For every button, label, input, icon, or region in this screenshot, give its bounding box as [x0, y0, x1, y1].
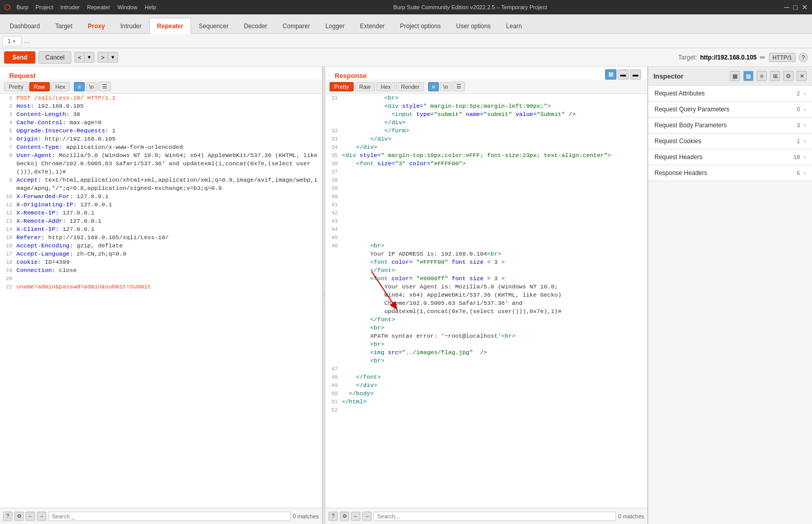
send-button[interactable]: Send	[4, 51, 35, 64]
tab-repeater[interactable]: Repeater	[149, 18, 191, 34]
inspector-chevron-0: ›	[804, 90, 806, 96]
request-panel: Request Pretty Raw Hex ≡ \n ☰ 1 POST /sq…	[0, 67, 322, 524]
inspector-close-btn[interactable]: ✕	[797, 71, 807, 81]
request-search-input[interactable]	[48, 512, 291, 521]
request-title: Request	[4, 69, 41, 80]
response-view-icon-2[interactable]: ▬	[617, 69, 629, 80]
tab-comparer[interactable]: Comparer	[275, 18, 318, 34]
response-search-help[interactable]: ?	[328, 512, 338, 521]
response-top-icons: ▦ ▬ ▬	[605, 69, 641, 80]
request-icon-newline[interactable]: \n	[86, 82, 98, 91]
inspector-section-query-params[interactable]: Request Query Parameters 0 ›	[648, 102, 812, 118]
response-icon-menu[interactable]: ☰	[453, 82, 465, 91]
request-fmt-pretty[interactable]: Pretty	[4, 82, 28, 91]
inspector-section-request-headers[interactable]: Request Headers 18 ›	[648, 149, 812, 165]
tab-dashboard[interactable]: Dashboard	[2, 18, 48, 34]
request-line-9: 9 Accept: text/html,application/xhtml+xm…	[0, 176, 322, 192]
response-fmt-hex[interactable]: Hex	[376, 82, 396, 91]
inspector-section-response-headers[interactable]: Response Headers 6 ›	[648, 165, 812, 181]
response-line-43: 43	[325, 217, 647, 225]
response-fmt-render[interactable]: Render	[396, 82, 424, 91]
response-search-prev[interactable]: ←	[351, 512, 360, 521]
inspector-chevron-5: ›	[804, 170, 806, 176]
response-fmt-raw[interactable]: Raw	[355, 82, 375, 91]
response-line-46h: Chrome/102.0.5005.63 Safari/537.36' and	[325, 299, 647, 307]
close-btn[interactable]: ✕	[802, 3, 808, 11]
tab-extender[interactable]: Extender	[352, 18, 392, 34]
response-icon-list[interactable]: ≡	[428, 82, 438, 91]
response-line-47: 47	[325, 365, 647, 373]
request-code-area: 1 POST /sqli/Less-18/ HTTP/1.1 2 Host: 1…	[0, 94, 322, 508]
title-bar-left: ⬡ Burp Project Intruder Repeater Window …	[4, 3, 156, 11]
response-header-row: Response ▦ ▬ ▬	[325, 67, 647, 80]
response-title: Response	[330, 69, 372, 80]
tab-decoder[interactable]: Decoder	[236, 18, 275, 34]
response-line-46m: <br>	[325, 340, 647, 348]
tab-logger[interactable]: Logger	[318, 18, 352, 34]
target-edit-icon[interactable]: ✏	[760, 53, 766, 62]
inspector-icon-align[interactable]: ≡	[757, 71, 767, 81]
response-search-settings[interactable]: ⚙	[340, 512, 349, 521]
response-view-icon-3[interactable]: ▬	[630, 69, 641, 80]
help-button[interactable]: ?	[799, 53, 808, 62]
response-line-46n: <img src="../images/flag.jpg" />	[325, 348, 647, 357]
maximize-btn[interactable]: □	[794, 3, 798, 11]
request-icon-menu[interactable]: ☰	[99, 82, 111, 91]
prev-button[interactable]: <	[75, 52, 85, 62]
request-fmt-raw[interactable]: Raw	[29, 82, 50, 91]
tab-target[interactable]: Target	[48, 18, 80, 34]
inspector-chevron-4: ›	[804, 154, 806, 160]
request-line-6: 6 Origin: http://192.168.0.105	[0, 135, 322, 143]
tab-project-options[interactable]: Project options	[392, 18, 448, 34]
inspector-section-cookies[interactable]: Request Cookies 1 ›	[648, 133, 812, 149]
inspector-icon-split[interactable]: ⊞	[770, 71, 780, 81]
tab-sequencer[interactable]: Sequencer	[191, 18, 236, 34]
inspector-icon-settings[interactable]: ⚙	[783, 71, 794, 81]
request-search-next[interactable]: →	[37, 512, 46, 521]
inspector-section-body-params[interactable]: Request Body Parameters 3 ›	[648, 118, 812, 133]
menu-project[interactable]: Project	[35, 4, 53, 10]
next-dropdown[interactable]: ▾	[108, 52, 118, 62]
menu-window[interactable]: Window	[118, 4, 138, 10]
tab-intruder[interactable]: Intruder	[112, 18, 149, 34]
response-search-input[interactable]	[374, 512, 616, 521]
request-line-2: 2 Host: 192.168.0.105	[0, 102, 322, 110]
response-line-31c: <input type="submit" name="submit" value…	[325, 110, 647, 119]
menu-burp[interactable]: Burp	[16, 4, 28, 10]
inspector-section-count-3: 1	[797, 138, 800, 144]
request-search-prev[interactable]: ←	[26, 512, 35, 521]
menu-intruder[interactable]: Intruder	[61, 4, 80, 10]
tab-learn[interactable]: Learn	[498, 18, 530, 34]
inspector-section-count-0: 2	[797, 90, 800, 96]
inspector-section-count-2: 3	[797, 122, 800, 128]
sub-tab-dots[interactable]: …	[24, 37, 30, 45]
request-line-12: 12 X-Remote-IP: 127.0.0.1	[0, 209, 322, 217]
inspector-section-request-attributes[interactable]: Request Attributes 2 ›	[648, 86, 812, 102]
cancel-button[interactable]: Cancel	[38, 51, 71, 64]
request-search-help[interactable]: ?	[3, 512, 12, 521]
request-fmt-hex[interactable]: Hex	[51, 82, 70, 91]
response-view-icon-1[interactable]: ▦	[605, 69, 616, 80]
main-content: Request Pretty Raw Hex ≡ \n ☰ 1 POST /sq…	[0, 67, 812, 524]
inspector-section-count-5: 6	[797, 170, 800, 176]
http-version-select[interactable]: HTTP/1	[769, 53, 796, 62]
request-search-bar: ? ⚙ ← → 0 matches	[0, 508, 322, 524]
response-icon-newline[interactable]: \n	[440, 82, 452, 91]
inspector-icon-1[interactable]: ▦	[730, 71, 740, 81]
minimize-btn[interactable]: ─	[784, 3, 789, 11]
response-fmt-pretty[interactable]: Pretty	[330, 82, 354, 91]
title-bar-controls: ─ □ ✕	[784, 3, 808, 11]
tab-proxy[interactable]: Proxy	[80, 18, 112, 34]
prev-dropdown[interactable]: ▾	[85, 52, 94, 62]
tab-user-options[interactable]: User options	[449, 18, 498, 34]
sub-tab-1[interactable]: 1 ×	[2, 36, 22, 46]
inspector-icon-2[interactable]: ▦	[743, 71, 753, 81]
menu-help[interactable]: Help	[145, 4, 157, 10]
menu-repeater[interactable]: Repeater	[87, 4, 110, 10]
next-button[interactable]: >	[98, 52, 108, 62]
request-search-settings[interactable]: ⚙	[14, 512, 24, 521]
request-icon-list[interactable]: ≡	[74, 82, 84, 91]
response-line-42: 42	[325, 209, 647, 217]
request-line-5: 5 Upgrade-Insecure-Requests: 1	[0, 127, 322, 135]
response-search-next[interactable]: →	[362, 512, 372, 521]
